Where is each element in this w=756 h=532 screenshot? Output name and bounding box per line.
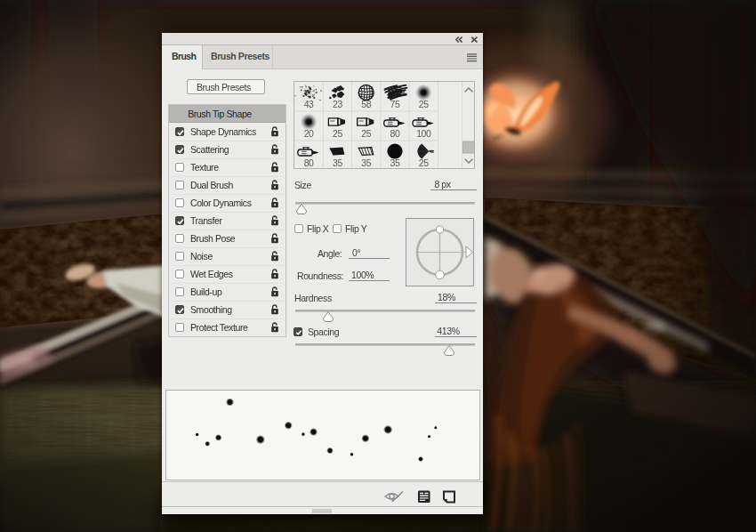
svg-text:25: 25: [419, 157, 429, 168]
svg-text:80: 80: [304, 157, 314, 168]
svg-text:25: 25: [361, 128, 371, 139]
svg-text:58: 58: [361, 99, 371, 109]
svg-text:35: 35: [361, 157, 371, 168]
svg-text:25: 25: [419, 99, 429, 109]
svg-text:20: 20: [304, 128, 314, 139]
svg-text:35: 35: [333, 157, 342, 168]
svg-text:35: 35: [390, 157, 400, 168]
svg-text:25: 25: [333, 128, 342, 139]
svg-text:43: 43: [304, 99, 314, 109]
svg-text:80: 80: [390, 128, 400, 139]
svg-text:100: 100: [416, 128, 431, 139]
svg-text:75: 75: [390, 99, 400, 109]
svg-text:23: 23: [333, 99, 342, 109]
